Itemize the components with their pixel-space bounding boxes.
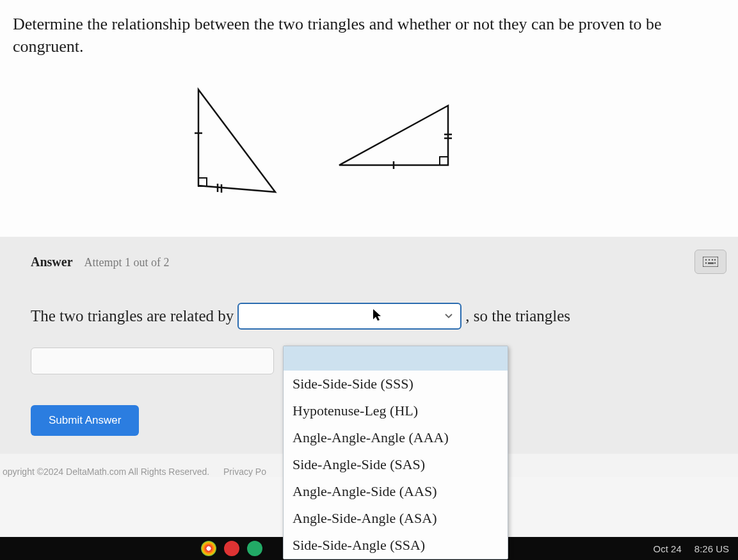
svg-point-16 xyxy=(714,262,716,264)
svg-point-11 xyxy=(705,259,707,260)
answer-header: Answer Attempt 1 out of 2 xyxy=(31,255,725,269)
app-icon-red[interactable] xyxy=(224,541,239,556)
attempt-text: Attempt 1 out of 2 xyxy=(84,256,170,269)
answer-label: Answer xyxy=(31,255,73,269)
chrome-icon[interactable] xyxy=(201,541,216,556)
svg-rect-9 xyxy=(440,157,448,165)
submit-button[interactable]: Submit Answer xyxy=(31,405,139,436)
chevron-down-icon xyxy=(445,311,453,321)
copyright-text: opyright ©2024 DeltaMath.com All Rights … xyxy=(3,467,209,477)
conclusion-dropdown[interactable] xyxy=(31,348,274,374)
dropdown-panel: Side-Side-Side (SSS) Hypotenuse-Leg (HL)… xyxy=(283,346,508,559)
svg-marker-18 xyxy=(373,309,381,321)
taskbar-date: Oct 24 xyxy=(654,543,682,554)
svg-point-13 xyxy=(712,259,713,260)
keyboard-icon xyxy=(703,257,718,267)
question-area: Determine the relationship between the t… xyxy=(0,0,738,237)
svg-point-14 xyxy=(714,259,716,260)
svg-point-15 xyxy=(705,262,707,264)
dropdown-option-sas[interactable]: Side-Angle-Side (SAS) xyxy=(284,451,508,478)
dropdown-option-blank[interactable] xyxy=(284,346,508,371)
taskbar-icons xyxy=(201,541,262,556)
sentence-part-2: , so the triangles xyxy=(465,307,570,325)
dropdown-option-hl[interactable]: Hypotenuse-Leg (HL) xyxy=(284,397,508,424)
triangle-right xyxy=(333,83,461,173)
svg-point-12 xyxy=(709,259,710,260)
dropdown-option-aas[interactable]: Angle-Angle-Side (AAS) xyxy=(284,478,508,505)
sentence-part-1: The two triangles are related by xyxy=(31,307,234,325)
svg-rect-17 xyxy=(708,262,714,264)
dropdown-option-ssa[interactable]: Side-Side-Angle (SSA) xyxy=(284,532,508,559)
triangles-figure xyxy=(13,58,725,218)
keyboard-button[interactable] xyxy=(694,250,726,274)
svg-marker-0 xyxy=(198,90,275,192)
app-icon-green[interactable] xyxy=(247,541,262,556)
cursor-icon xyxy=(373,309,382,325)
dropdown-option-asa[interactable]: Angle-Side-Angle (ASA) xyxy=(284,505,508,532)
taskbar-right: Oct 24 8:26 US xyxy=(654,543,729,554)
dropdown-option-sss[interactable]: Side-Side-Side (SSS) xyxy=(284,371,508,397)
dropdown-option-aaa[interactable]: Angle-Angle-Angle (AAA) xyxy=(284,424,508,451)
svg-marker-5 xyxy=(339,106,448,165)
relationship-dropdown[interactable] xyxy=(237,303,461,330)
triangle-left xyxy=(179,83,282,198)
privacy-link[interactable]: Privacy Po xyxy=(223,467,266,477)
question-text: Determine the relationship between the t… xyxy=(13,13,725,58)
answer-sentence: The two triangles are related by , so th… xyxy=(31,303,725,330)
svg-rect-10 xyxy=(703,257,718,267)
taskbar-time: 8:26 US xyxy=(694,543,729,554)
